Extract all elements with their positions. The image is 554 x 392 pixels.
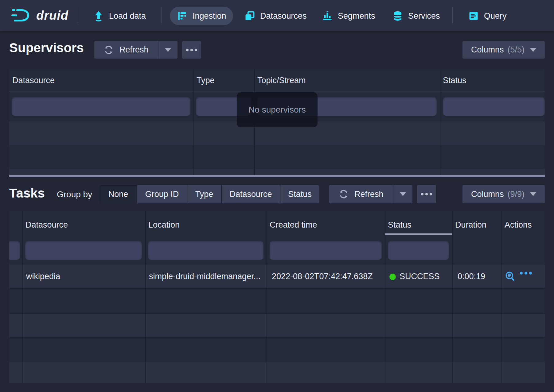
task-detail-magnifier-icon[interactable] (505, 271, 516, 282)
nav-label: Load data (109, 11, 146, 21)
column-header-type[interactable]: Type (197, 76, 215, 85)
filter-input-datasource[interactable] (12, 97, 190, 116)
group-by-none-button[interactable]: None (100, 185, 137, 203)
tasks-table: Datasource Location Created time Status … (9, 211, 545, 383)
column-divider (452, 211, 453, 383)
more-icon (520, 272, 532, 275)
navbar: druid Load data Ingestion (0, 0, 554, 31)
group-by-datasource-button[interactable]: Datasource (222, 185, 280, 203)
column-divider (22, 211, 23, 383)
column-header-status[interactable]: Status (443, 76, 466, 85)
status-text: SUCCESS (400, 272, 440, 281)
nav-label: Datasources (260, 11, 307, 21)
column-divider (145, 211, 146, 383)
nav-item-load-data[interactable]: Load data (93, 7, 146, 25)
filter-input-status[interactable] (388, 241, 449, 260)
nav-item-ingestion[interactable]: Ingestion (170, 7, 233, 25)
columns-count: (5/5) (508, 45, 525, 55)
column-header-topic-stream[interactable]: Topic/Stream (257, 76, 306, 85)
brand: druid (36, 0, 68, 31)
column-divider (440, 69, 440, 175)
druid-logo-icon (11, 8, 33, 23)
nav-label: Segments (338, 11, 375, 21)
empty-state-overlay: No supervisors (237, 92, 318, 127)
column-header-datasource[interactable]: Datasource (25, 220, 68, 230)
druid-console: druid Load data Ingestion (0, 0, 554, 392)
columns-label: Columns (471, 190, 504, 199)
table-row (9, 362, 545, 383)
column-divider (267, 211, 267, 383)
column-divider (385, 211, 385, 383)
supervisors-table: Datasource Type Topic/Stream Status No s… (9, 69, 545, 177)
nav-item-datasources[interactable]: Datasources (244, 7, 307, 25)
nav-label: Services (408, 11, 440, 21)
refresh-icon (338, 189, 349, 199)
column-header-datasource[interactable]: Datasource (12, 76, 55, 85)
empty-message: No supervisors (248, 105, 306, 115)
cell-datasource: wikipedia (26, 272, 143, 281)
upload-icon (93, 10, 104, 21)
table-row (9, 313, 545, 337)
refresh-label: Refresh (119, 45, 149, 55)
tasks-more-button[interactable] (417, 185, 436, 203)
nav-label: Query (484, 11, 507, 21)
group-by-type-button[interactable]: Type (187, 185, 221, 203)
cell-status: SUCCESS (389, 272, 451, 281)
task-actions-more-button[interactable] (520, 272, 532, 275)
row-divider (9, 337, 545, 338)
column-header-status[interactable]: Status (388, 220, 412, 230)
chevron-down-icon (400, 192, 406, 196)
filter-input-created-time[interactable] (270, 241, 382, 260)
segments-icon (322, 10, 333, 21)
nav-item-services[interactable]: Services (392, 7, 440, 25)
refresh-label: Refresh (354, 190, 384, 199)
row-divider (9, 265, 545, 265)
column-header-duration[interactable]: Duration (455, 220, 486, 230)
sort-indicator (385, 233, 452, 235)
column-divider (193, 69, 194, 175)
chevron-down-icon (530, 48, 536, 52)
supervisors-columns-button[interactable]: Columns (5/5) (462, 41, 545, 59)
group-by-status-button[interactable]: Status (280, 185, 319, 203)
tasks-refresh-group: Refresh (329, 185, 412, 203)
column-header-location[interactable]: Location (148, 220, 180, 230)
services-icon (392, 10, 403, 21)
nav-item-query[interactable]: Query (468, 7, 507, 25)
query-icon (468, 10, 479, 21)
row-divider (9, 362, 545, 362)
group-by-group-id-button[interactable]: Group ID (137, 185, 187, 203)
ingestion-icon (177, 10, 188, 21)
datasources-icon (244, 10, 255, 21)
supervisors-refresh-button[interactable]: Refresh (94, 41, 158, 59)
tasks-columns-button[interactable]: Columns (9/9) (462, 185, 545, 203)
row-divider (9, 288, 545, 289)
header-divider (9, 91, 545, 91)
column-header-created-time[interactable]: Created time (270, 220, 317, 230)
filter-input-task-id[interactable] (9, 241, 20, 260)
navbar-divider (452, 7, 453, 23)
tasks-refresh-button[interactable]: Refresh (329, 185, 393, 203)
group-by-label: Group by (57, 190, 92, 199)
supervisors-more-button[interactable] (182, 41, 201, 59)
tasks-refresh-dropdown-button[interactable] (393, 185, 412, 203)
supervisors-refresh-dropdown-button[interactable] (158, 41, 178, 59)
filter-input-location[interactable] (148, 241, 263, 260)
table-row (9, 169, 545, 175)
cell-location: simple-druid-middlemanager... (149, 272, 265, 281)
filter-input-datasource[interactable] (25, 241, 142, 260)
navbar-divider (78, 7, 78, 23)
supervisors-title: Supervisors (9, 40, 84, 55)
cell-created-time: 2022-08-02T07:42:47.638Z (272, 272, 382, 281)
more-icon (421, 193, 432, 195)
refresh-icon (103, 45, 114, 55)
supervisors-refresh-group: Refresh (94, 41, 178, 59)
column-header-actions[interactable]: Actions (505, 220, 532, 230)
cell-duration: 0:00:19 (458, 272, 501, 281)
filter-input-status[interactable] (443, 97, 545, 116)
chevron-down-icon (165, 48, 171, 52)
more-icon (186, 49, 197, 51)
horizontal-scrollbar[interactable] (9, 175, 545, 177)
nav-label: Ingestion (193, 11, 226, 21)
success-status-icon (389, 274, 396, 280)
nav-item-segments[interactable]: Segments (322, 7, 375, 25)
